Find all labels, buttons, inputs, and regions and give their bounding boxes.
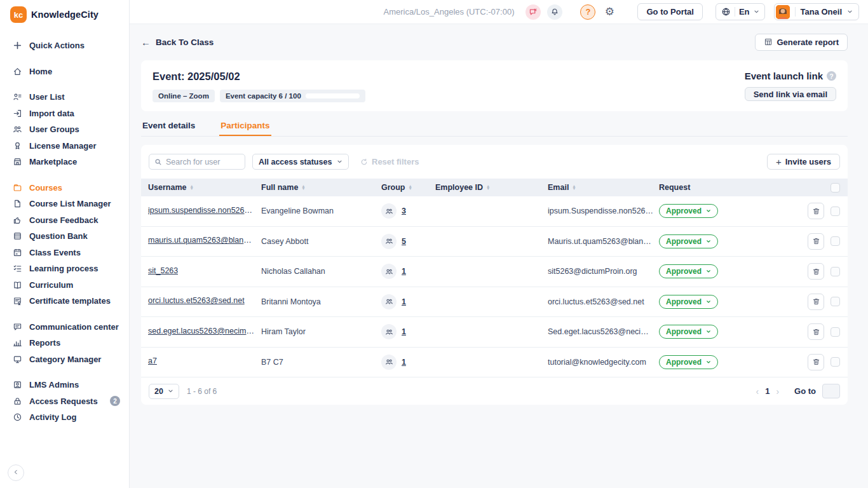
sidebar-item-courses[interactable]: Courses xyxy=(0,180,129,196)
sidebar-item-marketplace[interactable]: Marketplace xyxy=(0,154,129,170)
sidebar-item-label: Home xyxy=(29,67,52,76)
sidebar-item-user-groups[interactable]: User Groups xyxy=(0,121,129,138)
sidebar-item-class-events[interactable]: Class Events xyxy=(0,245,129,261)
sidebar-item-course-feedback[interactable]: Course Feedback xyxy=(0,212,129,229)
username-link[interactable]: sit_5263 xyxy=(148,266,178,275)
page-size-select[interactable]: 20 xyxy=(149,384,179,399)
sidebar-item-activity-log[interactable]: Activity Log xyxy=(0,409,129,426)
language-value: En xyxy=(739,7,750,17)
delete-button[interactable] xyxy=(808,233,824,250)
row-checkbox[interactable] xyxy=(831,267,840,276)
username-link[interactable]: ipsum.suspendisse.non5263@mi... xyxy=(148,206,255,215)
search-input[interactable] xyxy=(166,158,240,166)
request-status-dropdown[interactable]: Approved xyxy=(659,204,718,218)
username-link[interactable]: orci.luctus.et5263@sed.net xyxy=(148,296,245,305)
sidebar-item-certificate-templates[interactable]: Certificate templates xyxy=(0,293,129,309)
username-link[interactable]: mauris.ut.quam5263@blanditco... xyxy=(148,236,255,245)
sidebar-item-category-manager[interactable]: Category Manager xyxy=(0,351,129,368)
table-row: sed.eget.lacus5263@necimperdi... Hiram T… xyxy=(141,317,848,348)
sidebar-item-course-list-manager[interactable]: Course List Manager xyxy=(0,196,129,212)
group-count-link[interactable]: 5 xyxy=(402,237,406,246)
help-icon[interactable]: ? xyxy=(580,4,595,20)
event-card: Event: 2025/05/02 Online – Zoom Event ca… xyxy=(141,60,848,111)
row-checkbox[interactable] xyxy=(831,357,840,367)
row-checkbox[interactable] xyxy=(831,207,840,216)
logo[interactable]: kc KnowledgeCity xyxy=(0,0,129,24)
sidebar-item-license-manager[interactable]: License Manager xyxy=(0,138,129,154)
group-count-link[interactable]: 1 xyxy=(402,327,406,336)
username-link[interactable]: sed.eget.lacus5263@necimperdi... xyxy=(148,327,255,336)
sidebar-collapse-button[interactable] xyxy=(8,464,24,481)
sidebar-item-quick-actions[interactable]: Quick Actions xyxy=(0,37,129,54)
sidebar-item-user-list[interactable]: User List xyxy=(0,89,129,105)
column-employee-id[interactable]: Employee ID▲▼ xyxy=(435,183,548,192)
request-status-dropdown[interactable]: Approved xyxy=(659,295,718,309)
delete-button[interactable] xyxy=(808,294,824,310)
group-count-link[interactable]: 1 xyxy=(402,267,406,276)
sidebar-item-label: LMS Admins xyxy=(29,380,79,390)
group-count-link[interactable]: 1 xyxy=(402,297,406,306)
go-to-portal-button[interactable]: Go to Portal xyxy=(637,3,702,20)
bell-icon[interactable] xyxy=(547,4,562,20)
search-box[interactable] xyxy=(149,154,245,170)
tab-participants[interactable]: Participants xyxy=(219,119,271,136)
row-checkbox[interactable] xyxy=(831,297,840,306)
count-badge: 2 xyxy=(110,396,120,406)
generate-report-button[interactable]: Generate report xyxy=(755,34,848,51)
access-status-select[interactable]: All access statuses xyxy=(252,154,349,170)
request-status-dropdown[interactable]: Approved xyxy=(659,355,718,369)
request-status-dropdown[interactable]: Approved xyxy=(659,264,718,278)
group-icon xyxy=(381,203,397,219)
language-selector[interactable]: En xyxy=(715,3,765,20)
request-status-dropdown[interactable]: Approved xyxy=(659,234,718,248)
row-checkbox[interactable] xyxy=(831,236,840,246)
delete-button[interactable] xyxy=(808,203,824,219)
help-tooltip-icon[interactable]: ? xyxy=(827,71,836,81)
username-link[interactable]: a7 xyxy=(148,356,157,365)
sidebar-item-label: Question Bank xyxy=(29,231,88,241)
sidebar-item-communication-center[interactable]: Communication center xyxy=(0,319,129,336)
sidebar-item-learning-process[interactable]: Learning process xyxy=(0,261,129,277)
page-number[interactable]: 1 xyxy=(765,386,770,396)
user-profile-menu[interactable]: Tana Oneil xyxy=(774,3,860,20)
group-count-link[interactable]: 3 xyxy=(402,207,406,215)
sidebar-item-access-requests[interactable]: Access Requests2 xyxy=(0,393,129,410)
invite-users-button[interactable]: + Invite users xyxy=(767,154,840,170)
clock-icon xyxy=(13,412,22,422)
go-to-page-input[interactable] xyxy=(822,384,840,398)
sidebar-nav: Quick ActionsHomeUser ListImport dataUse… xyxy=(0,24,129,426)
column-username[interactable]: Username▲▼ xyxy=(148,183,261,192)
chevron-down-icon xyxy=(706,269,711,274)
request-status-dropdown[interactable]: Approved xyxy=(659,325,718,339)
event-type-badge: Online – Zoom xyxy=(153,90,215,102)
sidebar-item-label: Marketplace xyxy=(29,157,77,166)
settings-gear-icon[interactable]: ⚙ xyxy=(602,4,617,20)
group-count-link[interactable]: 1 xyxy=(402,358,406,367)
select-all-checkbox[interactable] xyxy=(831,183,840,193)
delete-button[interactable] xyxy=(808,263,824,280)
sidebar-item-reports[interactable]: Reports xyxy=(0,335,129,351)
email-cell: Mauris.ut.quam5263@blanditco... xyxy=(548,237,659,246)
sidebar-item-lms-admins[interactable]: LMS Admins xyxy=(0,377,129,393)
delete-button[interactable] xyxy=(808,354,824,370)
column-group[interactable]: Group▲▼ xyxy=(381,183,435,192)
delete-button[interactable] xyxy=(808,323,824,340)
notifications-muted-icon[interactable] xyxy=(526,4,541,20)
sidebar-item-import-data[interactable]: Import data xyxy=(0,105,129,122)
sidebar-item-curriculum[interactable]: Curriculum xyxy=(0,277,129,294)
row-checkbox[interactable] xyxy=(831,327,840,337)
tab-event-details[interactable]: Event details xyxy=(141,119,196,136)
sidebar-item-question-bank[interactable]: Question Bank xyxy=(0,228,129,245)
column-full-name[interactable]: Full name▲▼ xyxy=(261,183,381,192)
sidebar-item-home[interactable]: Home xyxy=(0,64,129,80)
prev-page-button[interactable]: ‹ xyxy=(756,386,759,396)
reset-filters-link[interactable]: Reset filters xyxy=(360,157,419,166)
bar-chart-icon xyxy=(13,338,22,348)
next-page-button[interactable]: › xyxy=(776,386,779,396)
back-to-class-link[interactable]: ← Back To Class xyxy=(141,37,214,48)
chevron-down-icon xyxy=(706,208,711,214)
monitor-icon xyxy=(13,355,22,364)
send-link-via-email-button[interactable]: Send link via email xyxy=(745,87,836,101)
column-email[interactable]: Email▲▼ xyxy=(548,183,659,192)
group-icon xyxy=(381,294,397,309)
